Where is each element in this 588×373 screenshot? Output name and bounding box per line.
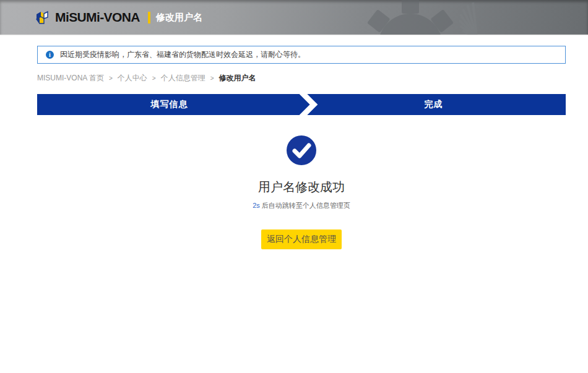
step-complete: 完成 [301, 94, 566, 115]
notice-text: 因近期受疫情影响，广东省、福建省的货物配送时效会延迟，请耐心等待。 [60, 49, 305, 60]
chevron-right-icon [295, 94, 322, 115]
gear-decoration [337, 0, 523, 35]
info-icon: i [46, 51, 54, 59]
logo-text: MiSUMi-VONA [55, 10, 140, 25]
progress-steps: 填写信息 完成 [37, 94, 566, 115]
redirect-text: 后自动跳转至个人信息管理页 [262, 202, 350, 209]
header: MiSUMi-VONA 修改用户名 [0, 0, 588, 35]
breadcrumb-profile-management-link[interactable]: 个人信息管理 [161, 73, 205, 84]
breadcrumb-separator: > [152, 75, 156, 82]
page-title: 修改用户名 [156, 12, 202, 24]
title-divider [148, 12, 150, 24]
return-profile-button[interactable]: 返回个人信息管理 [261, 229, 342, 249]
breadcrumb-separator: > [210, 75, 214, 82]
misumi-logo-icon [35, 10, 51, 25]
breadcrumb-personal-center-link[interactable]: 个人中心 [118, 73, 147, 84]
breadcrumb-separator: > [109, 75, 113, 82]
step-fill-info: 填写信息 [37, 94, 301, 115]
redirect-message: 2s 后自动跳转至个人信息管理页 [37, 201, 566, 210]
main-content: i 因近期受疫情影响，广东省、福建省的货物配送时效会延迟，请耐心等待。 MISU… [0, 46, 588, 249]
brand[interactable]: MiSUMi-VONA [35, 10, 140, 25]
countdown-value: 2s [253, 202, 260, 209]
notice-banner: i 因近期受疫情影响，广东省、福建省的货物配送时效会延迟，请耐心等待。 [37, 46, 566, 64]
breadcrumb: MISUMI-VONA 首页 > 个人中心 > 个人信息管理 > 修改用户名 [37, 73, 566, 84]
breadcrumb-home-link[interactable]: MISUMI-VONA 首页 [37, 73, 104, 84]
step-fill-info-label: 填写信息 [151, 99, 188, 110]
breadcrumb-current-page: 修改用户名 [219, 73, 256, 84]
result-section: 用户名修改成功 2s 后自动跳转至个人信息管理页 返回个人信息管理 [37, 135, 566, 249]
success-title: 用户名修改成功 [37, 179, 566, 195]
step-complete-label: 完成 [425, 99, 443, 110]
success-check-icon [287, 135, 316, 165]
